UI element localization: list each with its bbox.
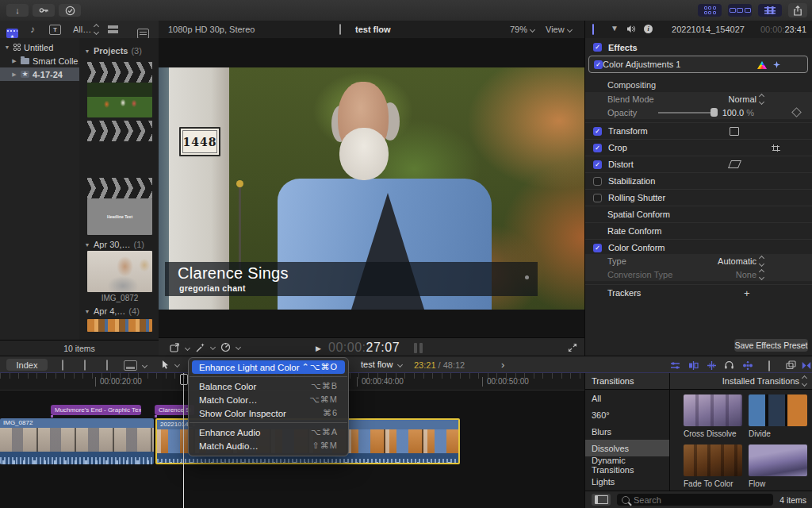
color-conform-row[interactable]: ✓ Color Conform — [585, 239, 812, 256]
trackers-row[interactable]: Trackers + — [585, 284, 812, 301]
effects-gauge-button[interactable] — [220, 342, 240, 352]
rate-conform-row[interactable]: Rate Conform — [585, 222, 812, 239]
sidebar-item-smart-collection[interactable]: ▶ Smart Colle… — [0, 54, 79, 67]
browser-filter-dropdown[interactable]: All… — [73, 25, 98, 34]
viewer-zoom-dropdown[interactable]: 79% — [510, 25, 534, 34]
disclosure-closed-icon[interactable]: ▶ — [11, 71, 17, 78]
enhancements-menu-button[interactable] — [195, 342, 215, 352]
sidebar-item-event-4-17-24[interactable]: ▶ ★ 4-17-24 — [0, 67, 79, 81]
photos-audio-icon[interactable]: ♪ — [30, 24, 35, 35]
spatial-conform-row[interactable]: Spatial Conform — [585, 206, 812, 222]
save-effects-preset-button[interactable]: Save Effects Preset — [734, 339, 808, 352]
viewer-view-dropdown[interactable]: View — [546, 25, 572, 34]
disclosure-closed-icon[interactable]: ▶ — [11, 58, 17, 64]
transition-fade-to-color[interactable] — [684, 444, 742, 476]
effects-checkbox[interactable]: ✓ — [593, 43, 602, 52]
category-all[interactable]: All — [585, 390, 669, 406]
event-group-apr30[interactable]: ▼ Apr 30,… (1) — [79, 240, 144, 249]
conform-type-row[interactable]: Type Automatic — [585, 254, 812, 267]
timeline-history-forward[interactable]: › — [501, 359, 504, 371]
opacity-row[interactable]: Opacity 100.0 % — [585, 106, 812, 119]
transitions-browser-icon[interactable] — [802, 361, 811, 370]
effects-browser-icon[interactable] — [768, 360, 770, 371]
rolling-shutter-row[interactable]: ✓ Rolling Shutter — [585, 189, 812, 206]
playhead[interactable] — [183, 373, 184, 508]
snapping-icon[interactable] — [707, 361, 717, 370]
insert-edit-icon[interactable] — [84, 360, 86, 371]
transform-icon[interactable] — [730, 127, 739, 136]
opacity-value[interactable]: 100.0 % — [667, 108, 754, 117]
tool-select-dropdown[interactable] — [161, 360, 179, 370]
index-button[interactable]: Index — [6, 359, 48, 371]
effects-section-row[interactable]: ✓ Effects — [585, 40, 812, 55]
transition-divide[interactable] — [749, 394, 807, 426]
headphones-icon[interactable] — [724, 360, 734, 370]
category-blurs[interactable]: Blurs — [585, 423, 669, 440]
import-media-button[interactable]: ↓ — [6, 4, 29, 17]
add-tracker-button[interactable]: + — [744, 287, 750, 299]
installed-transitions-dropdown[interactable]: Installed Transitions — [670, 373, 812, 390]
viewer-video[interactable]: 1448 Clarence Sings gregorian chant — [159, 67, 584, 310]
list-view-icon[interactable] — [137, 29, 149, 39]
menu-item-match-color[interactable]: Match Color…⌥⌘M — [192, 393, 345, 406]
clip-thumbnail-img0872[interactable] — [87, 251, 152, 292]
project-filmstrip-placeholder[interactable] — [87, 121, 152, 141]
timeline-project-dropdown[interactable]: test flow — [361, 360, 402, 369]
menu-item-balance-color[interactable]: Balance Color⌥⌘B — [192, 379, 345, 393]
color-board-icon[interactable] — [757, 61, 767, 69]
solo-clips-icon[interactable] — [742, 361, 753, 370]
event-group-apr4[interactable]: ▼ Apr 4,… (4) — [79, 306, 140, 316]
keyword-editor-button[interactable] — [33, 4, 55, 17]
inspector-toggle-button[interactable] — [758, 4, 782, 17]
media-sidebar-icon[interactable] — [6, 29, 18, 38]
audio-inspector-icon[interactable] — [626, 25, 636, 33]
overwrite-edit-dropdown[interactable] — [124, 360, 147, 371]
clip-thumbnail-strip[interactable] — [87, 319, 152, 332]
photos-browser-icon[interactable] — [786, 360, 796, 370]
project-thumbnail-headline[interactable]: Headline Text — [87, 198, 152, 235]
skimming-icon[interactable] — [670, 361, 680, 370]
blend-mode-value[interactable]: Normal — [676, 94, 764, 104]
project-thumbnail-football[interactable] — [87, 83, 152, 117]
sidebar-item-untitled[interactable]: ▼ Untitled — [0, 40, 79, 54]
browser-toggle-button[interactable] — [698, 4, 722, 17]
keyframe-diamond-icon[interactable] — [791, 107, 802, 117]
titles-generators-icon[interactable]: T — [49, 25, 61, 35]
append-edit-icon[interactable] — [106, 360, 108, 371]
category-lights[interactable]: Lights — [585, 473, 669, 490]
info-inspector-icon[interactable]: i — [644, 25, 653, 33]
category-dynamic[interactable]: Dynamic Transitions — [585, 456, 669, 473]
rolling-shutter-checkbox[interactable]: ✓ — [593, 194, 602, 202]
transition-flow[interactable] — [749, 444, 807, 476]
conform-type-value[interactable]: Automatic — [676, 256, 764, 266]
distort-checkbox[interactable]: ✓ — [593, 160, 602, 169]
sidebar-toggle-button[interactable] — [592, 494, 611, 506]
color-conform-checkbox[interactable]: ✓ — [593, 244, 602, 252]
menu-item-show-color-inspector[interactable]: Show Color Inspector⌘6 — [192, 406, 345, 420]
audio-skimming-icon[interactable] — [688, 361, 699, 370]
category-dissolves[interactable]: Dissolves — [585, 440, 669, 456]
menu-item-enhance-audio[interactable]: Enhance Audio⌥⌘A — [192, 425, 345, 439]
filmstrip-view-icon[interactable] — [108, 25, 118, 33]
menu-item-enhance-light-color[interactable]: Enhance Light and Color⌃⌥⌘O — [192, 360, 345, 374]
blend-mode-row[interactable]: Blend Mode Normal — [585, 92, 812, 106]
title-clip-muchmore[interactable]: Muchmore's End - Graphic Text — [51, 405, 141, 415]
crop-row[interactable]: ✓ Crop — [585, 139, 812, 156]
category-360[interactable]: 360° — [585, 406, 669, 423]
transform-checkbox[interactable]: ✓ — [593, 127, 602, 136]
disclosure-open-icon[interactable]: ▼ — [4, 44, 10, 50]
play-button[interactable]: ▶ — [316, 344, 321, 352]
distort-row[interactable]: ✓ Distort — [585, 156, 812, 172]
transform-row[interactable]: ✓ Transform — [585, 122, 812, 139]
color-inspector-icon[interactable]: ▼ — [611, 24, 619, 33]
transitions-search-field[interactable]: Search — [617, 494, 773, 506]
color-adjustments-checkbox[interactable]: ✓ — [594, 60, 603, 69]
playhead-handle[interactable] — [180, 374, 188, 385]
menu-item-match-audio[interactable]: Match Audio…⇧⌘M — [192, 439, 345, 452]
stabilization-checkbox[interactable]: ✓ — [593, 177, 602, 186]
timeline-toggle-button[interactable] — [728, 4, 752, 17]
share-button[interactable] — [788, 3, 807, 17]
connect-edit-icon[interactable] — [62, 360, 63, 371]
fullscreen-icon[interactable] — [568, 343, 577, 352]
retime-menu-button[interactable] — [170, 343, 190, 352]
